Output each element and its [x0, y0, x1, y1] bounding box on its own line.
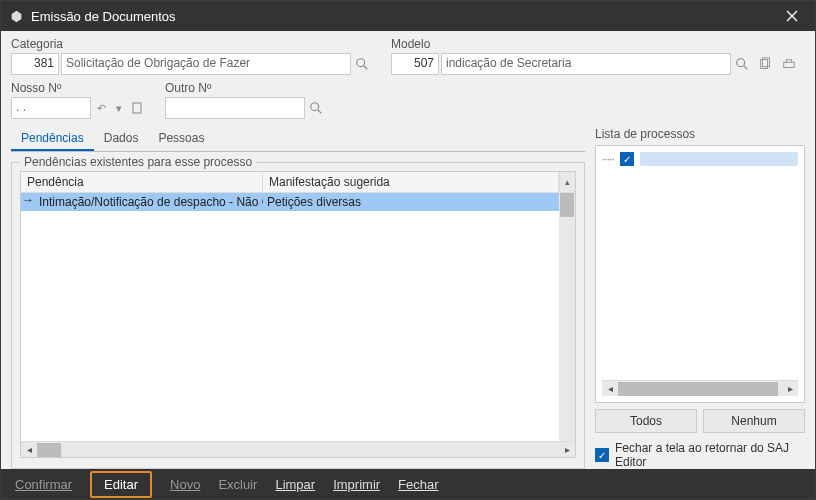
tree-item[interactable]: ····· ✓ — [602, 152, 798, 166]
horizontal-scrollbar[interactable]: ◂ ▸ — [21, 441, 575, 457]
window-title: Emissão de Documentos — [31, 9, 777, 24]
excluir-button[interactable]: Excluir — [218, 477, 257, 492]
left-pane: Pendências Dados Pessoas Pendências exis… — [11, 127, 585, 469]
window: Emissão de Documentos Categoria 381 Soli… — [0, 0, 816, 500]
scroll-track[interactable] — [37, 442, 559, 457]
todos-button[interactable]: Todos — [595, 409, 697, 433]
close-on-return-row[interactable]: ✓ Fechar a tela ao retornar do SAJ Edito… — [595, 441, 805, 469]
outro-input[interactable] — [165, 97, 305, 119]
svg-line-3 — [744, 66, 748, 70]
tabs: Pendências Dados Pessoas — [11, 127, 585, 152]
body-split: Pendências Dados Pessoas Pendências exis… — [11, 127, 805, 469]
svg-point-8 — [311, 103, 319, 111]
svg-rect-6 — [784, 62, 795, 67]
modelo-text[interactable]: indicação de Secretaria — [441, 53, 731, 75]
scroll-thumb[interactable] — [618, 382, 778, 396]
footer-toolbar: Confirmar Editar Novo Excluir Limpar Imp… — [1, 469, 815, 499]
close-on-return-label: Fechar a tela ao retornar do SAJ Editor — [615, 441, 805, 469]
fieldset-legend: Pendências existentes para esse processo — [20, 155, 256, 169]
categoria-field: Categoria 381 Solicitação de Obrigação d… — [11, 37, 371, 75]
svg-line-9 — [318, 110, 322, 114]
row-nosso-outro: Nosso Nº . . ↶ ▾ Outro Nº — [11, 81, 805, 119]
nosso-field: Nosso Nº . . ↶ ▾ — [11, 81, 145, 119]
modelo-input-group: 507 indicação de Secretaria — [391, 53, 799, 75]
scroll-left-icon[interactable]: ◂ — [21, 442, 37, 458]
undo-icon[interactable]: ↶ — [93, 100, 109, 116]
editar-button[interactable]: Editar — [90, 471, 152, 498]
row-categoria-modelo: Categoria 381 Solicitação de Obrigação d… — [11, 37, 805, 75]
col-manifestacao[interactable]: Manifestação sugerida — [263, 172, 559, 192]
imprimir-button[interactable]: Imprimir — [333, 477, 380, 492]
table-row[interactable]: → Intimação/Notificação de despacho - Nã… — [21, 193, 575, 211]
novo-button[interactable]: Novo — [170, 477, 200, 492]
col-pendencia[interactable]: Pendência — [21, 172, 263, 192]
doc-icon[interactable] — [129, 100, 145, 116]
svg-rect-7 — [133, 103, 141, 113]
checkbox-icon[interactable]: ✓ — [620, 152, 634, 166]
scroll-thumb[interactable] — [560, 193, 574, 217]
content: Categoria 381 Solicitação de Obrigação d… — [1, 31, 815, 469]
config-icon[interactable] — [779, 54, 799, 74]
pendencias-fieldset: Pendências existentes para esse processo… — [11, 162, 585, 469]
vertical-scrollbar[interactable] — [559, 193, 575, 441]
tab-pessoas[interactable]: Pessoas — [148, 127, 214, 151]
close-button[interactable] — [777, 1, 807, 31]
process-tree: ····· ✓ ◂ ▸ — [595, 145, 805, 403]
copy-icon[interactable] — [755, 54, 775, 74]
fechar-button[interactable]: Fechar — [398, 477, 438, 492]
app-icon — [9, 9, 23, 23]
titlebar: Emissão de Documentos — [1, 1, 815, 31]
selection-buttons: Todos Nenhum — [595, 409, 805, 433]
categoria-label: Categoria — [11, 37, 371, 51]
confirmar-button[interactable]: Confirmar — [15, 477, 72, 492]
modelo-field: Modelo 507 indicação de Secretaria — [391, 37, 799, 75]
outro-input-group — [165, 97, 325, 119]
tab-dados[interactable]: Dados — [94, 127, 149, 151]
grid-header: Pendência Manifestação sugerida ▴ — [21, 172, 575, 193]
scroll-up-icon[interactable]: ▴ — [559, 172, 575, 192]
scroll-left-icon[interactable]: ◂ — [602, 381, 618, 397]
svg-point-0 — [357, 59, 365, 67]
grid-body: → Intimação/Notificação de despacho - Nã… — [21, 193, 575, 441]
cell-manifestacao: Petições diversas — [263, 193, 575, 211]
tree-item-text — [640, 152, 798, 166]
tree-connector-icon: ····· — [602, 152, 614, 166]
svg-line-1 — [364, 66, 368, 70]
categoria-code[interactable]: 381 — [11, 53, 59, 75]
categoria-input-group: 381 Solicitação de Obrigação de Fazer — [11, 53, 371, 75]
cell-pendencia: Intimação/Notificação de despacho - Não … — [35, 193, 263, 211]
limpar-button[interactable]: Limpar — [275, 477, 315, 492]
nosso-input[interactable]: . . — [11, 97, 91, 119]
scroll-track[interactable] — [618, 381, 782, 396]
categoria-text[interactable]: Solicitação de Obrigação de Fazer — [61, 53, 351, 75]
row-indicator-icon: → — [21, 193, 35, 211]
nosso-input-group: . . ↶ ▾ — [11, 97, 145, 119]
scroll-right-icon[interactable]: ▸ — [782, 381, 798, 397]
lista-label: Lista de processos — [595, 127, 805, 141]
right-pane: Lista de processos ····· ✓ ◂ ▸ Tod — [595, 127, 805, 469]
nosso-label: Nosso Nº — [11, 81, 145, 95]
dropdown-icon[interactable]: ▾ — [111, 100, 127, 116]
pendencias-grid: Pendência Manifestação sugerida ▴ → Inti… — [20, 171, 576, 458]
tree-horizontal-scrollbar[interactable]: ◂ ▸ — [602, 380, 798, 396]
search-icon[interactable] — [733, 55, 751, 73]
search-icon[interactable] — [307, 99, 325, 117]
tab-pendencias[interactable]: Pendências — [11, 127, 94, 151]
scroll-thumb[interactable] — [37, 443, 61, 457]
scroll-right-icon[interactable]: ▸ — [559, 442, 575, 458]
checkbox-icon[interactable]: ✓ — [595, 448, 609, 462]
outro-field: Outro Nº — [165, 81, 325, 119]
svg-point-2 — [737, 59, 745, 67]
modelo-label: Modelo — [391, 37, 799, 51]
outro-label: Outro Nº — [165, 81, 325, 95]
nenhum-button[interactable]: Nenhum — [703, 409, 805, 433]
modelo-code[interactable]: 507 — [391, 53, 439, 75]
search-icon[interactable] — [353, 55, 371, 73]
